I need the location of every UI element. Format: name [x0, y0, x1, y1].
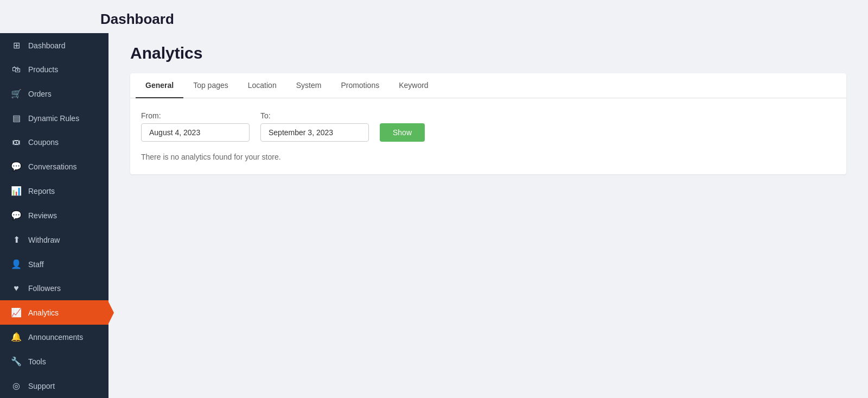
sidebar-label-reports: Reports [28, 187, 55, 195]
tab-system[interactable]: System [286, 73, 331, 98]
support-icon: ◎ [11, 381, 22, 391]
sidebar-label-announcements: Announcements [28, 333, 83, 342]
orders-icon: 🛒 [11, 89, 22, 99]
show-button[interactable]: Show [380, 123, 425, 142]
to-group: To: [260, 111, 369, 142]
analytics-icon: 📈 [11, 307, 22, 318]
coupons-icon: 🎟 [11, 137, 22, 147]
page-wrapper: Dashboard ⊞Dashboard🛍Products🛒Orders▤Dyn… [0, 0, 868, 398]
sidebar-item-announcements[interactable]: 🔔Announcements [0, 325, 108, 349]
sidebar-item-support[interactable]: ◎Support [0, 374, 108, 398]
sidebar-label-staff: Staff [28, 260, 44, 269]
analytics-title: Analytics [130, 44, 846, 62]
sidebar-label-products: Products [28, 65, 58, 74]
sidebar-item-coupons[interactable]: 🎟Coupons [0, 130, 108, 154]
tab-location[interactable]: Location [238, 73, 286, 98]
page-title: Dashboard [100, 11, 868, 28]
dashboard-icon: ⊞ [11, 40, 22, 50]
sidebar-item-dynamic-rules[interactable]: ▤Dynamic Rules [0, 106, 108, 130]
sidebar-item-orders[interactable]: 🛒Orders [0, 81, 108, 106]
sidebar-label-withdraw: Withdraw [28, 236, 60, 244]
sidebar-item-tools[interactable]: 🔧Tools [0, 349, 108, 374]
sidebar-label-support: Support [28, 382, 55, 390]
announcements-icon: 🔔 [11, 332, 22, 342]
form-area: From: To: Show There is no analytics fou… [130, 98, 846, 174]
sidebar-item-staff[interactable]: 👤Staff [0, 252, 108, 276]
sidebar-label-tools: Tools [28, 357, 46, 366]
sidebar-item-followers[interactable]: ♥Followers [0, 276, 108, 300]
sidebar-label-followers: Followers [28, 284, 61, 293]
sidebar-item-conversations[interactable]: 💬Conversations [0, 154, 108, 179]
tabs-bar: GeneralTop pagesLocationSystemPromotions… [130, 73, 846, 98]
from-group: From: [141, 111, 250, 142]
date-row: From: To: Show [141, 111, 835, 142]
top-bar: Dashboard [0, 0, 868, 33]
dynamic-rules-icon: ▤ [11, 113, 22, 123]
sidebar-label-coupons: Coupons [28, 138, 59, 147]
from-input[interactable] [141, 123, 250, 142]
to-label: To: [260, 111, 369, 120]
from-label: From: [141, 111, 250, 120]
main-layout: ⊞Dashboard🛍Products🛒Orders▤Dynamic Rules… [0, 33, 868, 398]
sidebar-item-reports[interactable]: 📊Reports [0, 179, 108, 203]
sidebar-item-products[interactable]: 🛍Products [0, 58, 108, 81]
tools-icon: 🔧 [11, 356, 22, 367]
tab-keyword[interactable]: Keyword [389, 73, 438, 98]
tab-top-pages[interactable]: Top pages [183, 73, 238, 98]
tab-promotions[interactable]: Promotions [331, 73, 389, 98]
sidebar-label-reviews: Reviews [28, 211, 57, 220]
sidebar-label-analytics: Analytics [28, 308, 59, 317]
staff-icon: 👤 [11, 259, 22, 269]
sidebar-label-conversations: Conversations [28, 162, 77, 171]
withdraw-icon: ⬆ [11, 235, 22, 245]
sidebar: ⊞Dashboard🛍Products🛒Orders▤Dynamic Rules… [0, 33, 108, 398]
reviews-icon: 💬 [11, 210, 22, 220]
products-icon: 🛍 [11, 65, 22, 74]
sidebar-item-analytics[interactable]: 📈Analytics [0, 300, 108, 325]
no-data-message: There is no analytics found for your sto… [141, 153, 835, 161]
to-input[interactable] [260, 123, 369, 142]
sidebar-label-orders: Orders [28, 90, 52, 98]
sidebar-label-dynamic-rules: Dynamic Rules [28, 114, 79, 123]
followers-icon: ♥ [11, 283, 22, 293]
analytics-card: GeneralTop pagesLocationSystemPromotions… [130, 73, 846, 174]
reports-icon: 📊 [11, 186, 22, 196]
sidebar-item-dashboard[interactable]: ⊞Dashboard [0, 33, 108, 58]
conversations-icon: 💬 [11, 161, 22, 172]
sidebar-item-withdraw[interactable]: ⬆Withdraw [0, 228, 108, 252]
tab-general[interactable]: General [136, 73, 183, 98]
main-content: Analytics GeneralTop pagesLocationSystem… [108, 33, 868, 398]
sidebar-item-reviews[interactable]: 💬Reviews [0, 203, 108, 228]
sidebar-label-dashboard: Dashboard [28, 41, 66, 50]
